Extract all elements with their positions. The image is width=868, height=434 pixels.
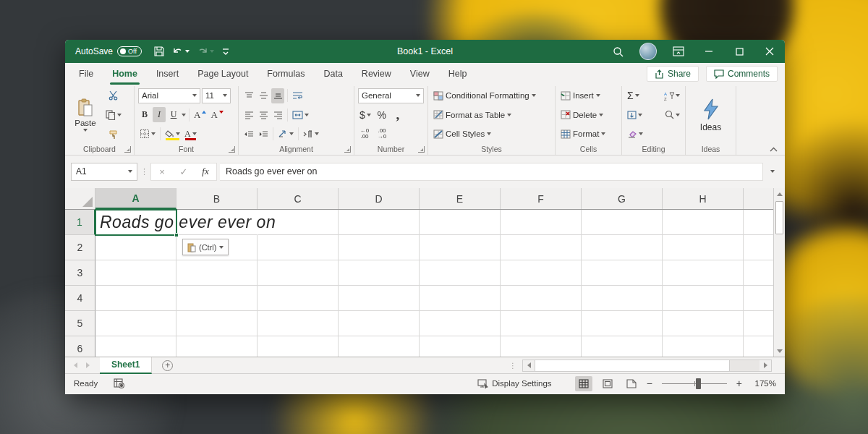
accounting-format-button[interactable]: $: [358, 107, 373, 122]
share-button[interactable]: Share: [647, 66, 699, 82]
autosave-control[interactable]: AutoSave Off: [75, 46, 142, 56]
cell-G6[interactable]: [582, 336, 663, 357]
next-sheet-button[interactable]: [86, 362, 90, 368]
column-header-D[interactable]: D: [339, 188, 420, 209]
cancel-formula-button[interactable]: ×: [151, 166, 173, 177]
cell-H2[interactable]: [663, 235, 744, 260]
column-header-E[interactable]: E: [420, 188, 501, 209]
zoom-slider[interactable]: [662, 383, 727, 384]
decrease-decimal-button[interactable]: .00→0: [375, 127, 388, 142]
cell-F1[interactable]: [501, 210, 582, 235]
customize-qat-button[interactable]: [221, 48, 230, 55]
column-header-H[interactable]: H: [663, 188, 744, 209]
row-header-2[interactable]: 2: [65, 235, 95, 260]
name-box[interactable]: A1: [71, 163, 137, 181]
cell-D4[interactable]: [339, 286, 420, 311]
shrink-font-button[interactable]: A: [209, 107, 224, 122]
percent-style-button[interactable]: %: [375, 107, 388, 122]
cell-C5[interactable]: [258, 311, 339, 336]
merge-center-button[interactable]: [291, 107, 310, 122]
text-direction-button[interactable]: [302, 127, 320, 142]
ideas-button[interactable]: Ideas: [690, 88, 732, 142]
cell-A6[interactable]: [95, 336, 176, 357]
number-dialog-launcher[interactable]: [418, 146, 425, 153]
cell-H6[interactable]: [663, 336, 744, 357]
scroll-down-button[interactable]: [774, 345, 785, 357]
collapse-ribbon-button[interactable]: [770, 147, 778, 152]
paste-button[interactable]: Paste: [69, 88, 102, 142]
comma-style-button[interactable]: ,: [391, 107, 404, 122]
cell-F2[interactable]: [501, 235, 582, 260]
column-header-G[interactable]: G: [582, 188, 663, 209]
insert-function-button[interactable]: fx: [195, 166, 216, 177]
search-button[interactable]: [603, 40, 633, 63]
cell-E2[interactable]: [420, 235, 501, 260]
increase-indent-button[interactable]: [257, 127, 270, 142]
column-header-F[interactable]: F: [501, 188, 582, 209]
conditional-formatting-button[interactable]: Conditional Formatting: [432, 88, 551, 103]
autosave-toggle[interactable]: Off: [117, 46, 142, 56]
new-sheet-button[interactable]: +: [162, 360, 173, 371]
cell-C2[interactable]: [258, 235, 339, 260]
middle-align-button[interactable]: [257, 88, 270, 103]
bottom-align-button[interactable]: [271, 88, 284, 103]
save-button[interactable]: [153, 46, 165, 57]
cell-H5[interactable]: [663, 311, 744, 336]
clear-button[interactable]: [626, 127, 644, 142]
comments-button[interactable]: Comments: [706, 66, 778, 82]
cell-B3[interactable]: [176, 260, 258, 286]
expand-formula-bar-button[interactable]: [766, 170, 779, 173]
row-header-1[interactable]: 1: [65, 210, 95, 235]
paste-options-dropdown[interactable]: [219, 246, 224, 249]
cell-B6[interactable]: [176, 336, 258, 357]
increase-decimal-button[interactable]: ←0.00: [358, 127, 371, 142]
cell-B5[interactable]: [176, 311, 258, 336]
tab-view[interactable]: View: [401, 63, 439, 85]
sort-filter-button[interactable]: AZ: [663, 88, 681, 103]
cell-G3[interactable]: [582, 260, 663, 286]
scroll-right-button[interactable]: [760, 360, 771, 371]
macro-record-icon[interactable]: [114, 378, 125, 388]
format-painter-button[interactable]: [104, 127, 123, 142]
insert-cells-button[interactable]: Insert: [559, 88, 618, 103]
align-right-button[interactable]: [271, 107, 284, 122]
font-color-button[interactable]: A: [183, 127, 198, 142]
normal-view-button[interactable]: [575, 376, 592, 391]
cell-A5[interactable]: [95, 311, 176, 336]
autosum-button[interactable]: Σ: [626, 88, 641, 103]
cell-E6[interactable]: [420, 336, 501, 357]
underline-button[interactable]: U: [167, 107, 180, 122]
zoom-out-button[interactable]: −: [647, 378, 652, 389]
cell-B4[interactable]: [176, 286, 258, 311]
fill-button[interactable]: [626, 107, 644, 122]
cell-D3[interactable]: [339, 260, 420, 286]
tab-insert[interactable]: Insert: [147, 63, 188, 85]
display-settings-button[interactable]: Display Settings: [477, 379, 551, 388]
underline-dropdown[interactable]: [182, 114, 186, 116]
grow-font-button[interactable]: A: [192, 107, 208, 122]
cell-D1[interactable]: [339, 210, 420, 235]
zoom-in-button[interactable]: +: [736, 378, 742, 389]
page-layout-view-button[interactable]: [599, 376, 616, 391]
font-size-combo[interactable]: 11: [202, 88, 231, 103]
tab-formulas[interactable]: Formulas: [258, 63, 314, 85]
align-left-button[interactable]: [242, 107, 255, 122]
paste-options-button[interactable]: (Ctrl): [182, 239, 229, 255]
fill-handle[interactable]: [174, 233, 179, 237]
cell-F4[interactable]: [501, 286, 582, 311]
cell-E4[interactable]: [420, 286, 501, 311]
column-header-B[interactable]: B: [176, 188, 258, 209]
row-header-3[interactable]: 3: [65, 260, 95, 286]
zoom-level-label[interactable]: 175%: [749, 379, 776, 388]
account-button[interactable]: [633, 40, 663, 63]
font-name-combo[interactable]: Arial: [138, 88, 200, 103]
row-header-4[interactable]: 4: [65, 286, 95, 311]
row-header-6[interactable]: 6: [65, 336, 95, 357]
tab-data[interactable]: Data: [314, 63, 352, 85]
horizontal-scroll-thumb[interactable]: [535, 360, 730, 371]
format-as-table-button[interactable]: Format as Table: [432, 107, 551, 123]
formula-bar-splitter[interactable]: ⋮: [140, 170, 148, 173]
name-box-dropdown[interactable]: [128, 170, 132, 173]
horizontal-scrollbar[interactable]: [522, 359, 772, 372]
cell-G5[interactable]: [582, 311, 663, 336]
